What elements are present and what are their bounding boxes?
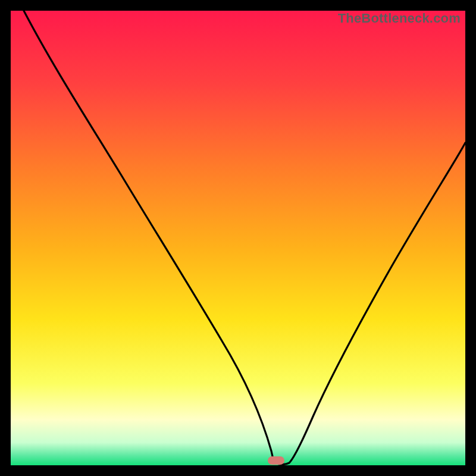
watermark-text: TheBottleneck.com <box>338 11 461 26</box>
plot-area: TheBottleneck.com <box>11 11 465 465</box>
minimum-marker <box>268 456 284 465</box>
chart-frame: TheBottleneck.com <box>0 0 476 476</box>
bottleneck-curve <box>11 11 465 465</box>
